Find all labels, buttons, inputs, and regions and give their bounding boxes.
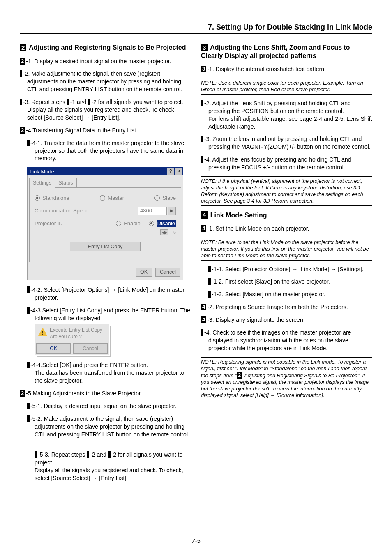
boxnum-4: 4 <box>201 211 208 219</box>
link-mode-dialog: Link Mode ? × Settings Status Standalone… <box>27 167 183 280</box>
id-stepper[interactable]: ◀▶ <box>160 229 168 235</box>
p2-5-3: 2-5-3. Repeat steps 2-2 and 2-2 for all … <box>20 443 191 482</box>
boxnum-4: 4 <box>201 329 203 336</box>
confirm-line2: Are you sure ? <box>50 333 102 340</box>
p2-1: 2-1. Display a desired input signal on t… <box>20 58 191 65</box>
confirm-cancel-button[interactable]: Cancel <box>73 343 108 354</box>
boxnum-2: 2 <box>20 70 22 77</box>
right-column: 3 Adjusting the Lens Shift, Zoom and Foc… <box>201 43 372 487</box>
p4-4-text: -4. Check to see if the images on the ma… <box>204 329 351 351</box>
close-icon[interactable]: × <box>175 168 182 175</box>
p4-1-2-text: -1-2. First select [Slave] on the slave … <box>212 278 330 285</box>
chapter-title: 7. Setting Up for Double Stacking in Lin… <box>20 23 372 34</box>
p3-4-text: -4. Adjust the lens focus by pressing an… <box>204 156 351 171</box>
p2-5-2-text: -5-2. Make adjustment to the signal, the… <box>30 416 189 438</box>
p4-3: 4-3. Display any signal onto the screen. <box>201 316 372 324</box>
tab-status[interactable]: Status <box>55 178 76 188</box>
boxnum-2: 2 <box>27 416 30 422</box>
boxnum-2: 2 <box>27 362 30 368</box>
boxnum-3: 3 <box>201 44 208 51</box>
boxnum-3: 3 <box>201 156 203 163</box>
sec3-title: 3 Adjusting the Lens Shift, Zoom and Foc… <box>201 44 372 60</box>
boxnum-3: 3 <box>201 66 206 72</box>
tab-settings[interactable]: Settings <box>29 178 55 188</box>
radio-enable-label: Enable <box>124 220 140 227</box>
boxnum-2: 2 <box>20 99 22 105</box>
confirm-ok-button[interactable]: OK <box>36 343 71 354</box>
p2-5-2: 2-5-2. Make adjustment to the signal, th… <box>20 415 191 439</box>
boxnum-2: 2 <box>27 286 30 293</box>
p2-5-3b: -2 and <box>90 451 108 458</box>
boxnum-2: 2 <box>27 403 30 409</box>
ok-button[interactable]: OK <box>136 268 152 277</box>
radio-disable[interactable]: Disable <box>149 220 176 227</box>
boxnum-2: 2 <box>108 451 111 458</box>
note-4a: NOTE: Be sure to set the Link Mode on th… <box>201 238 372 261</box>
p2-3a: -3. Repeat steps <box>23 99 67 105</box>
p4-1-1: 4-1-1. Select [Projector Options] → [Lin… <box>201 265 372 273</box>
boxnum-2: 2 <box>27 307 30 314</box>
p4-1-1-text: -1-1. Select [Projector Options] → [Link… <box>212 266 364 272</box>
radio-standalone-label: Standalone <box>42 194 69 202</box>
help-icon[interactable]: ? <box>167 168 174 175</box>
radio-slave[interactable]: Slave <box>154 194 176 202</box>
comm-speed-label: Communication Speed <box>35 207 89 215</box>
boxnum-2: 2 <box>237 372 242 379</box>
sec2-title: 2 Adjusting and Registering Signals to B… <box>20 44 191 52</box>
boxnum-2: 2 <box>88 99 90 105</box>
comm-speed-field[interactable]: 4800 <box>138 207 167 215</box>
p2-2: 2-2. Make adjustment to the signal, then… <box>20 70 191 93</box>
p2-4-4-text: -4-4.Select [OK] and press the ENTER but… <box>30 362 184 384</box>
p2-5-3a: -5-3. Repeat steps <box>38 451 87 458</box>
sec4-title-text: Link Mode Setting <box>208 212 267 219</box>
p4-1-text: -1. Set the Link Mode on each projector. <box>207 225 309 232</box>
radio-standalone[interactable]: Standalone <box>35 194 69 202</box>
cancel-button[interactable]: Cancel <box>155 268 180 277</box>
sec4-title: 4 Link Mode Setting <box>201 211 372 220</box>
p2-4-1: 2-4-1. Transfer the data from the master… <box>20 139 191 163</box>
boxnum-4: 4 <box>208 291 211 298</box>
p2-3: 2-3. Repeat steps 2-1 and 2-2 for all si… <box>20 98 191 122</box>
radio-enable[interactable]: Enable <box>116 220 140 227</box>
boxnum-4: 4 <box>201 316 206 323</box>
boxnum-4: 4 <box>201 304 206 310</box>
sec2-title-text: Adjusting and Registering Signals to Be … <box>27 44 186 51</box>
p4-2-text: -2. Projecting a Source Image from both … <box>207 304 348 310</box>
p2-1-text: -1. Display a desired input signal on th… <box>26 58 171 65</box>
p2-2-text: -2. Make adjustment to the signal, then … <box>23 70 182 92</box>
p2-5-text: -5.Making Adjustments to the Slave Proje… <box>26 390 141 397</box>
dropdown-icon[interactable]: ▶ <box>168 207 176 215</box>
p4-2: 4-2. Projecting a Source Image from both… <box>201 303 372 311</box>
p4-1: 4-1. Set the Link Mode on each projector… <box>201 225 372 233</box>
radio-slave-label: Slave <box>162 194 176 202</box>
note-3a: NOTE: Use a different single color for e… <box>201 78 372 95</box>
projector-id-label: Projector ID <box>35 220 63 227</box>
p2-4: 2-4 Transferring Signal Data in the Entr… <box>20 127 191 134</box>
boxnum-4: 4 <box>201 225 206 232</box>
note-4b: NOTE: Registering signals is not possibl… <box>201 357 372 400</box>
radio-master[interactable]: Master <box>100 194 124 202</box>
boxnum-2: 2 <box>20 390 25 397</box>
p3-2-text: -2. Adjust the Lens Shift by pressing an… <box>204 100 372 130</box>
p4-3-text: -3. Display any signal onto the screen. <box>207 316 304 323</box>
p2-4-4: 2-4-4.Select [OK] and press the ENTER bu… <box>20 361 191 385</box>
sec3-title-text: Adjusting the Lens Shift, Zoom and Focus… <box>201 44 350 59</box>
p2-4-1-text: -4-1. Transfer the data from the master … <box>30 140 184 162</box>
p2-4-2-text: -4-2. Select [Projector Options] → [Link… <box>30 286 184 301</box>
note-3b: NOTE: If the physical (vertical) alignme… <box>201 176 372 206</box>
boxnum-3: 3 <box>201 100 203 106</box>
boxnum-4: 4 <box>208 278 211 285</box>
p3-1: 3-1. Display the internal crosshatch tes… <box>201 65 372 73</box>
p2-5-1: 2-5-1. Display a desired input signal on… <box>20 402 191 410</box>
boxnum-2: 2 <box>27 140 30 146</box>
entry-list-copy-button[interactable]: Entry List Copy <box>70 242 141 251</box>
boxnum-2: 2 <box>20 58 25 65</box>
boxnum-2: 2 <box>20 44 26 51</box>
p2-3b: -1 and <box>70 99 88 105</box>
boxnum-4: 4 <box>208 266 211 272</box>
p4-1-3: 4-1-3. Select [Master] on the master pro… <box>201 291 372 298</box>
warning-icon: ! <box>38 328 47 336</box>
p4-4: 4-4. Check to see if the images on the m… <box>201 329 372 352</box>
boxnum-2: 2 <box>67 99 69 105</box>
radio-disable-label: Disable <box>157 220 176 227</box>
